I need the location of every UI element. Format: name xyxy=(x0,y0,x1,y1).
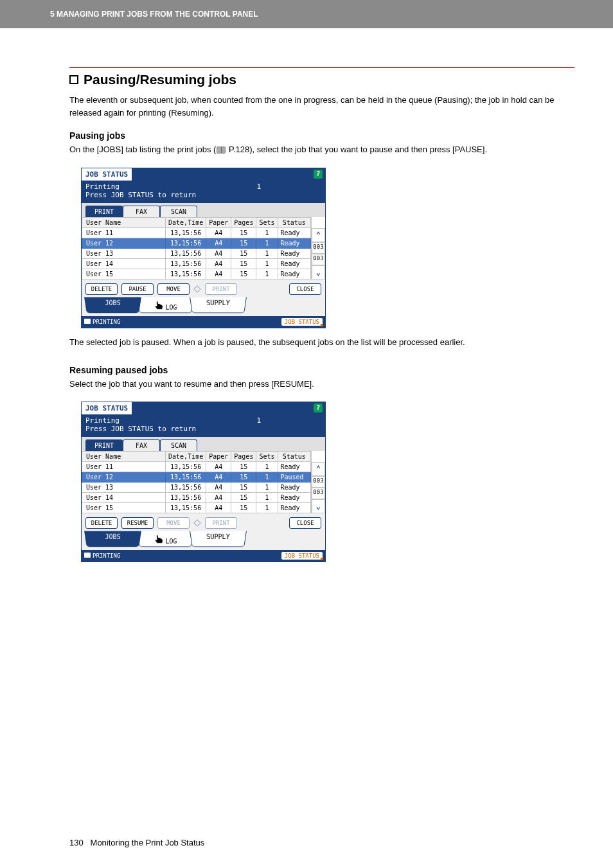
table-cell: 1 xyxy=(256,238,278,248)
tab-fax[interactable]: FAX xyxy=(123,206,160,217)
table-row[interactable]: User 1313,15:56A4151Ready xyxy=(82,248,311,258)
page-header: 5 MANAGING PRINT JOBS FROM THE CONTROL P… xyxy=(0,0,613,28)
table-cell: 13,15:56 xyxy=(166,227,206,238)
delete-button[interactable]: DELETE xyxy=(85,283,118,295)
table-cell: User 12 xyxy=(82,472,166,483)
table-row[interactable]: User 1213,15:56A4151Ready xyxy=(82,238,311,248)
table-row[interactable]: User 1113,15:56A4151Ready xyxy=(82,227,311,238)
job-status-panel-pause: JOB STATUS ? Printing Press JOB STATUS t… xyxy=(81,168,326,328)
tab-scan[interactable]: SCAN xyxy=(160,206,197,217)
intro-paragraph: The eleventh or subsequent job, when cou… xyxy=(69,94,574,119)
hand-pointer-icon xyxy=(154,535,162,544)
tab-log-label: LOG xyxy=(165,304,177,311)
print-button[interactable]: PRINT xyxy=(205,517,237,529)
table-cell: 1 xyxy=(256,493,278,503)
pause-button[interactable]: PAUSE xyxy=(121,283,154,295)
table-cell: A4 xyxy=(206,472,231,483)
table-row[interactable]: User 1413,15:56A4151Ready xyxy=(82,493,311,503)
scroll-down-icon[interactable]: ⌄ xyxy=(312,265,325,279)
table-cell: 1 xyxy=(256,483,278,493)
table-row[interactable]: User 1313,15:56A4151Ready xyxy=(82,483,311,493)
table-cell: 13,15:56 xyxy=(166,472,206,483)
th-date: Date,Time xyxy=(166,452,206,462)
tab-print[interactable]: PRINT xyxy=(85,439,123,451)
table-cell: User 13 xyxy=(82,483,166,493)
button-row: DELETE RESUME MOVE PRINT CLOSE xyxy=(82,513,325,531)
status-line1: Printing xyxy=(85,182,321,191)
help-icon[interactable]: ? xyxy=(314,170,323,179)
th-sets: Sets xyxy=(256,452,278,462)
tab-log[interactable]: LOG xyxy=(137,297,194,313)
printer-icon xyxy=(84,319,91,324)
table-cell: A4 xyxy=(206,238,231,248)
printer-icon xyxy=(84,553,91,558)
section-title: Pausing/Resuming jobs xyxy=(69,67,574,87)
scroll-column: ⌃ 003 003 ⌄ xyxy=(311,217,325,279)
jobs-table: User Name Date,Time Paper Pages Sets Sta… xyxy=(82,451,311,513)
th-sets: Sets xyxy=(256,217,278,227)
table-cell: 13,15:56 xyxy=(166,462,206,472)
table-cell: User 14 xyxy=(82,493,166,503)
footer-right[interactable]: JOB STATUS xyxy=(281,318,323,326)
table-cell: 1 xyxy=(256,248,278,258)
table-cell: 15 xyxy=(231,503,256,513)
tab-supply[interactable]: SUPPLY xyxy=(190,531,247,547)
panel-footer: PRINTING JOB STATUS xyxy=(82,550,325,562)
tab-jobs[interactable]: JOBS xyxy=(84,531,141,547)
resuming-text: Select the job that you want to resume a… xyxy=(69,378,574,391)
square-bullet-icon xyxy=(69,75,78,84)
table-cell: 15 xyxy=(231,472,256,483)
table-cell: Ready xyxy=(278,493,311,503)
scroll-down-icon[interactable]: ⌄ xyxy=(312,499,325,513)
table-cell: 13,15:56 xyxy=(166,269,206,279)
scroll-page: 003 xyxy=(312,476,325,488)
table-cell: 1 xyxy=(256,472,278,483)
pausing-text-a: On the [JOBS] tab listing the print jobs… xyxy=(69,145,216,154)
table-row[interactable]: User 1513,15:56A4151Ready xyxy=(82,269,311,279)
scroll-page: 003 xyxy=(312,242,325,254)
table-row[interactable]: User 1513,15:56A4151Ready xyxy=(82,503,311,513)
resume-button[interactable]: RESUME xyxy=(121,517,154,529)
status-line2: Press JOB STATUS to return xyxy=(85,191,321,199)
table-cell: Ready xyxy=(278,269,311,279)
tab-scan[interactable]: SCAN xyxy=(160,439,197,451)
table-row[interactable]: User 1113,15:56A4151Ready xyxy=(82,462,311,472)
panel-tabs: PRINT FAX SCAN xyxy=(82,437,325,451)
th-date: Date,Time xyxy=(166,217,206,227)
footer-left: PRINTING xyxy=(84,553,120,559)
table-row[interactable]: User 1213,15:56A4151Paused xyxy=(82,472,311,483)
table-cell: Ready xyxy=(278,483,311,493)
tab-print[interactable]: PRINT xyxy=(85,206,123,217)
tab-log-label: LOG xyxy=(165,538,177,545)
tab-log[interactable]: LOG xyxy=(137,531,194,547)
help-icon[interactable]: ? xyxy=(314,403,323,412)
table-cell: 15 xyxy=(231,238,256,248)
table-row[interactable]: User 1413,15:56A4151Ready xyxy=(82,258,311,269)
move-button[interactable]: MOVE xyxy=(157,517,190,529)
tab-supply[interactable]: SUPPLY xyxy=(190,297,247,313)
button-row: DELETE PAUSE MOVE PRINT CLOSE xyxy=(82,279,325,297)
scroll-page: 003 xyxy=(312,488,325,499)
footer-right[interactable]: JOB STATUS xyxy=(281,552,323,560)
print-button[interactable]: PRINT xyxy=(205,283,237,295)
close-button[interactable]: CLOSE xyxy=(289,517,321,529)
resuming-heading: Resuming paused jobs xyxy=(69,365,574,375)
delete-button[interactable]: DELETE xyxy=(85,517,118,529)
table-cell: Ready xyxy=(278,462,311,472)
table-cell: 13,15:56 xyxy=(166,238,206,248)
table-cell: User 13 xyxy=(82,248,166,258)
move-button[interactable]: MOVE xyxy=(157,283,190,295)
th-paper: Paper xyxy=(206,217,231,227)
th-status: Status xyxy=(278,452,311,462)
tab-fax[interactable]: FAX xyxy=(123,439,160,451)
scroll-up-icon[interactable]: ⌃ xyxy=(312,228,325,242)
job-status-panel-resume: JOB STATUS ? Printing Press JOB STATUS t… xyxy=(81,402,326,562)
scroll-up-icon[interactable]: ⌃ xyxy=(312,462,325,476)
table-cell: User 15 xyxy=(82,503,166,513)
table-cell: A4 xyxy=(206,493,231,503)
close-button[interactable]: CLOSE xyxy=(289,283,321,295)
tab-jobs[interactable]: JOBS xyxy=(84,297,141,313)
footer-left: PRINTING xyxy=(84,319,120,325)
page-footer: 130 Monitoring the Print Job Status xyxy=(69,838,204,847)
diamond-icon xyxy=(193,519,200,526)
